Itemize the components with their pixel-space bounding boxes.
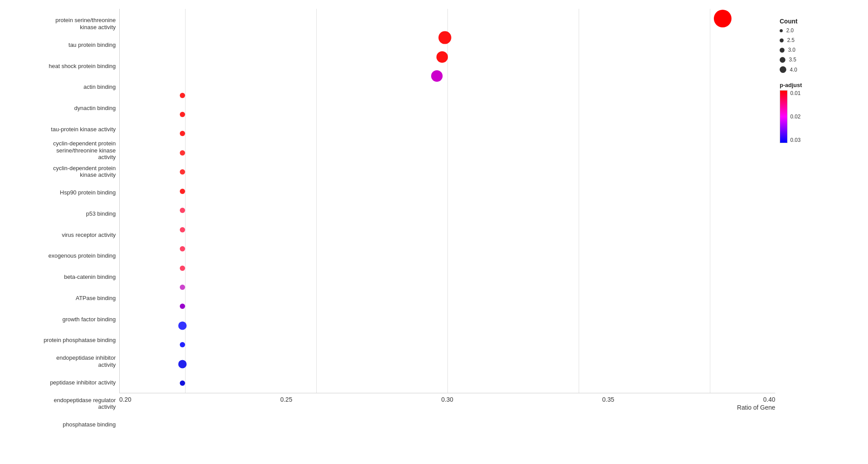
y-axis-labels: protein serine/threoninekinase activityt… (4, 9, 119, 437)
y-label: protein serine/threoninekinase activity (55, 13, 116, 34)
data-dot (180, 131, 185, 136)
y-label: protein phosphatase binding (44, 330, 116, 351)
color-legend-labels: 0.010.020.03 (790, 90, 800, 143)
y-label: Hsp90 protein binding (60, 182, 116, 203)
data-dot (180, 342, 185, 347)
count-label: 2.5 (787, 37, 795, 43)
data-dot (180, 93, 185, 98)
count-label: 3.0 (788, 47, 796, 53)
data-dot (439, 31, 451, 44)
count-legend-item: 2.5 (780, 37, 859, 43)
x-axis-label: 0.20 (119, 396, 131, 403)
data-dot (180, 169, 185, 175)
count-circle (780, 48, 785, 53)
x-axis-label: 0.40 (763, 396, 775, 403)
count-circle (780, 66, 786, 73)
count-circle (780, 29, 783, 32)
data-dot (180, 266, 185, 271)
y-label: tau protein binding (68, 34, 116, 56)
x-axis-labels: 0.200.250.300.350.40 (119, 393, 775, 403)
count-circle (780, 38, 784, 42)
color-gradient-bar (780, 90, 788, 143)
data-dot (180, 150, 185, 156)
y-label: ATPase binding (76, 288, 116, 309)
data-dot (180, 380, 185, 386)
count-legend-item: 3.5 (780, 57, 859, 63)
data-dot (180, 227, 185, 232)
x-axis-label: 0.30 (441, 396, 453, 403)
y-label: peptidase inhibitor activity (50, 372, 116, 393)
grid-line-vertical (316, 9, 317, 393)
data-dot (180, 189, 185, 194)
x-axis-label: 0.25 (280, 396, 292, 403)
data-dot (180, 208, 185, 213)
data-dot (714, 10, 732, 27)
color-legend: 0.010.020.03 (780, 90, 859, 143)
y-label: tau-protein kinase activity (51, 119, 116, 140)
plot-area (119, 9, 775, 393)
y-label: growth factor binding (62, 309, 116, 330)
x-axis-label: 0.35 (602, 396, 614, 403)
data-dot (431, 70, 443, 82)
legend-area: Count 2.02.53.03.54.0 p-adjust 0.010.020… (775, 9, 864, 437)
data-dot (436, 51, 448, 63)
y-label: p53 binding (86, 203, 116, 224)
grid-line-vertical (579, 9, 579, 393)
chart-container: protein serine/threoninekinase activityt… (0, 0, 868, 464)
grid-line-vertical (185, 9, 186, 393)
count-circle (780, 57, 785, 63)
y-label: endopeptidase inhibitoractivity (57, 351, 116, 372)
y-label: cyclin-dependent proteinserine/threonine… (53, 140, 116, 161)
data-dot (178, 360, 187, 368)
data-dot (180, 246, 185, 251)
y-label: heat shock protein binding (49, 56, 116, 77)
y-label: exogenous protein binding (48, 245, 116, 266)
count-legend-item: 4.0 (780, 66, 859, 73)
data-dot (178, 321, 187, 330)
grid-line-vertical (710, 9, 710, 393)
data-dot (180, 112, 185, 117)
count-legend-items: 2.02.53.03.54.0 (780, 27, 859, 73)
y-label: actin binding (83, 76, 116, 98)
y-label: dynactin binding (74, 98, 116, 119)
padjust-label: 0.03 (790, 137, 800, 143)
count-legend-item: 3.0 (780, 47, 859, 53)
count-legend-title: Count (780, 18, 859, 25)
grid-line-vertical (447, 9, 448, 393)
data-dot (180, 285, 185, 290)
x-axis-title: Ratio of Gene (119, 404, 775, 411)
padjust-legend-title: p-adjust (780, 82, 859, 88)
count-label: 4.0 (790, 67, 797, 73)
data-dot (180, 304, 185, 309)
count-label: 3.5 (789, 57, 796, 63)
padjust-label: 0.01 (790, 90, 800, 96)
y-label: virus receptor activity (62, 224, 116, 246)
padjust-label: 0.02 (790, 114, 800, 120)
y-label: beta-catenin binding (64, 266, 116, 288)
count-legend-item: 2.0 (780, 27, 859, 34)
y-label: cyclin-dependent proteinkinase activity (53, 161, 116, 182)
y-label: phosphatase binding (63, 414, 116, 435)
y-label: endopeptidase regulatoractivity (54, 393, 116, 415)
count-label: 2.0 (786, 27, 794, 34)
